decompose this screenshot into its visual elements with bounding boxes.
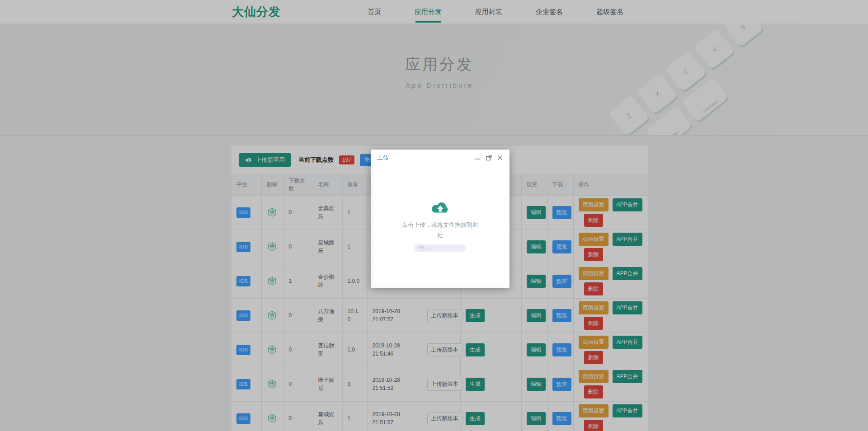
upload-dialog-header: 上传 xyxy=(371,150,509,166)
cloud-upload-icon xyxy=(430,201,451,216)
dropzone-hint: 点击上传，或将文件拖拽到此处 xyxy=(401,220,480,241)
maximize-icon[interactable] xyxy=(486,155,492,161)
upload-progress-bar: 0% xyxy=(415,244,466,252)
upload-dropzone[interactable]: 点击上传，或将文件拖拽到此处 0% xyxy=(372,166,508,286)
upload-dialog-title: 上传 xyxy=(377,154,474,162)
close-icon[interactable] xyxy=(497,155,503,161)
minimize-icon[interactable] xyxy=(474,155,481,161)
upload-dialog: 上传 点击上传，或将文件拖拽到此处 0% xyxy=(371,150,509,288)
